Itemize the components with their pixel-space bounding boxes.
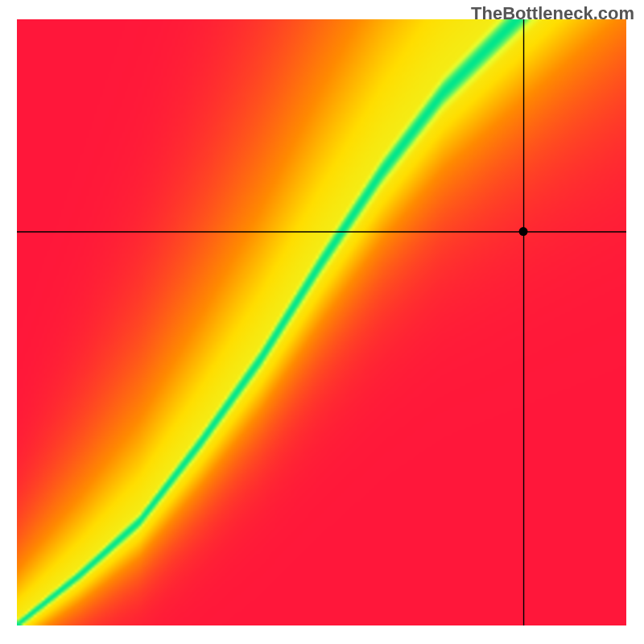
chart-container: TheBottleneck.com xyxy=(0,0,644,644)
watermark-label: TheBottleneck.com xyxy=(471,3,634,24)
heatmap-canvas xyxy=(0,0,644,644)
